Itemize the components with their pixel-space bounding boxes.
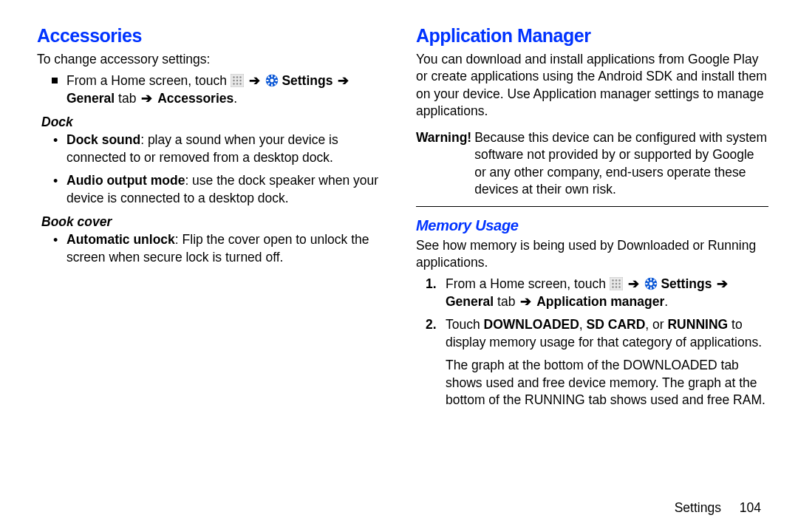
arrow-icon: ➔ [627,276,641,291]
nav-settings-label: Settings [282,73,332,88]
nav-tab-word: tab [115,91,140,106]
nav-period: . [233,91,237,106]
book-cover-options-list: Automatic unlock: Flip the cover open to… [37,231,389,266]
page-footer: Settings 104 [675,500,761,516]
left-column: Accessories To change accessory settings… [37,22,389,517]
arrow-icon: ➔ [519,294,533,309]
arrow-icon: ➔ [248,73,262,88]
dock-subheading: Dock [41,115,389,130]
audio-output-mode-item: Audio output mode: use the dock speaker … [37,172,389,207]
nav-general-label: General [66,91,115,106]
step1-destination: Application manager [536,294,664,309]
arrow-icon: ➔ [715,276,729,291]
settings-gear-icon [265,74,279,87]
book-cover-subheading: Book cover [41,214,389,230]
step-2-note: The graph at the bottom of the DOWNLOADE… [446,357,768,409]
nav-destination: Accessories [157,91,233,106]
nav-pre: From a Home screen, touch [66,73,231,88]
step1-pre: From a Home screen, touch [446,276,610,291]
arrow-icon: ➔ [336,73,350,88]
apps-grid-icon [610,277,623,290]
warning-block: Warning! Because this device can be conf… [416,129,768,199]
accessories-nav-path: From a Home screen, touch ➔ Settings ➔ G… [37,72,389,107]
sd-card-label: SD CARD [587,317,646,332]
accessories-heading: Accessories [37,25,389,47]
step-2: Touch DOWNLOADED, SD CARD, or RUNNING to… [416,316,768,409]
step1-general: General [446,294,494,309]
memory-usage-subheading: Memory Usage [416,217,768,234]
step-1: From a Home screen, touch ➔ Settings ➔ G… [416,276,768,310]
step1-tab-word: tab [494,294,519,309]
application-manager-heading: Application Manager [416,25,768,47]
automatic-unlock-item: Automatic unlock: Flip the cover open to… [37,231,389,266]
step1-period: . [664,294,668,309]
accessories-intro: To change accessory settings: [37,51,389,68]
running-label: RUNNING [667,317,728,332]
divider [416,206,768,207]
memory-usage-steps: From a Home screen, touch ➔ Settings ➔ G… [416,276,768,409]
right-column: Application Manager You can download and… [416,22,768,517]
dock-options-list: Dock sound: play a sound when your devic… [37,132,389,207]
settings-gear-icon [644,277,658,290]
footer-page-number: 104 [740,500,761,515]
warning-label: Warning! [416,129,474,199]
apps-grid-icon [231,74,244,87]
arrow-icon: ➔ [140,91,154,106]
memory-usage-intro: See how memory is being used by Download… [416,237,768,272]
downloaded-label: DOWNLOADED [484,317,579,332]
step1-settings: Settings [661,276,712,291]
footer-section: Settings [675,500,721,515]
warning-body: Because this device can be configured wi… [474,129,768,199]
dock-sound-item: Dock sound: play a sound when your devic… [37,132,389,166]
application-manager-intro: You can download and install application… [416,51,768,120]
